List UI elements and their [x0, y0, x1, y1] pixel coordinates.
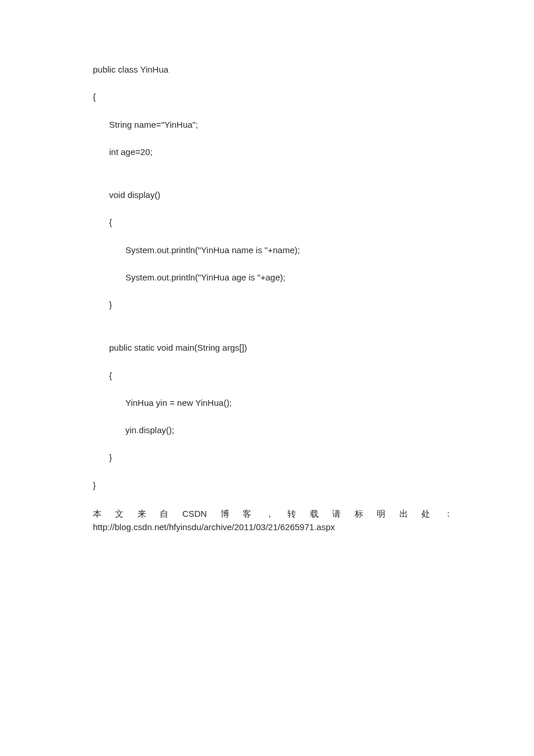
code-line: void display()	[93, 189, 453, 201]
code-line: public class YinHua	[93, 64, 453, 75]
cjk-char: ：	[444, 507, 453, 520]
cjk-char: 请	[332, 507, 341, 520]
cjk-char: 转	[287, 507, 296, 520]
code-line: {	[93, 370, 453, 381]
cjk-char: 标	[355, 507, 363, 520]
code-line: System.out.println("YinHua age is "+age)…	[93, 272, 453, 283]
document-page: public class YinHua { String name="YinHu…	[0, 0, 534, 534]
code-line: yin.display();	[93, 424, 453, 436]
code-line: int age=20;	[93, 146, 453, 158]
code-line: {	[93, 91, 453, 103]
code-line: System.out.println("YinHua name is "+nam…	[93, 244, 453, 256]
cjk-char: 明	[377, 507, 385, 520]
cjk-char: ，	[265, 507, 274, 520]
cjk-char: 客	[243, 507, 251, 520]
code-line: }	[93, 299, 453, 311]
cjk-char: 来	[138, 507, 146, 520]
code-line: public static void main(String args[])	[93, 342, 453, 354]
cjk-char: 载	[310, 507, 319, 520]
code-line: }	[93, 480, 453, 491]
attribution-url: http://blog.csdn.net/hfyinsdu/archive/20…	[93, 520, 453, 534]
attribution-source: 本 文 来 自 CSDN 博 客 ， 转 载 请 标 明 出 处 ：	[93, 507, 453, 520]
code-line: YinHua yin = new YinHua();	[93, 397, 453, 409]
cjk-char: 本	[93, 507, 102, 520]
cjk-char: 文	[115, 507, 124, 520]
cjk-char: 处	[421, 507, 430, 520]
code-block: public class YinHua { String name="YinHu…	[93, 64, 453, 491]
cjk-char: 博	[221, 507, 229, 520]
code-line: {	[93, 217, 453, 228]
attribution-line: 本 文 来 自 CSDN 博 客 ， 转 载 请 标 明 出 处 ： http:…	[93, 507, 453, 534]
code-line: }	[93, 452, 453, 463]
cjk-char: 出	[399, 507, 408, 520]
code-line: String name="YinHua";	[93, 119, 453, 131]
cjk-char: 自	[160, 507, 168, 520]
cjk-char: CSDN	[182, 507, 207, 520]
